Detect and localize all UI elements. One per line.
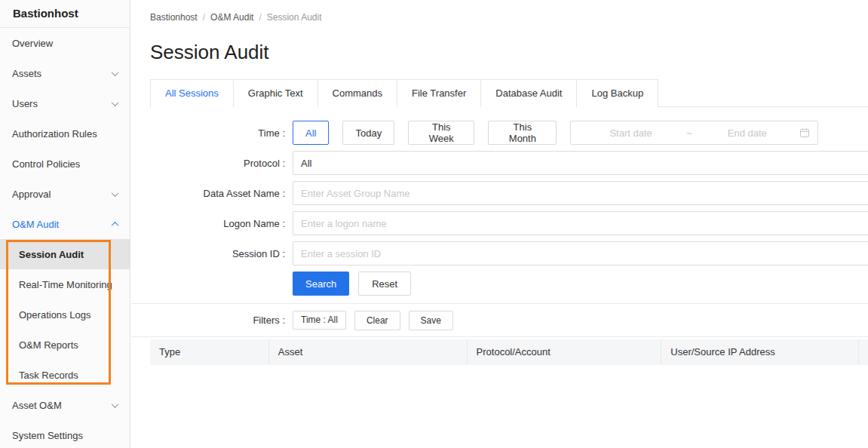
breadcrumb-separator: / (203, 12, 205, 23)
sidebar-item-label: Overview (12, 38, 118, 49)
save-filters-button[interactable]: Save (409, 311, 453, 330)
submenu-item-label: O&M Reports (19, 339, 78, 351)
sidebar-item-label: Approval (12, 189, 112, 200)
filter-form: Time : All Today This Week This Month St… (131, 107, 868, 304)
sidebar-item-assets[interactable]: Assets (0, 58, 130, 88)
table-header-row: Type Asset Protocol/Account User/Source … (150, 339, 868, 365)
submenu-item-label: Task Records (19, 370, 78, 381)
session-id-row: Session ID : (131, 241, 868, 265)
breadcrumb-link-oam-audit[interactable]: O&M Audit (210, 12, 253, 23)
sidebar-item-label: Users (12, 98, 112, 109)
time-label: Time : (131, 127, 293, 139)
submenu-item-task-records[interactable]: Task Records (0, 360, 130, 390)
data-asset-name-row: Data Asset Name : (131, 181, 868, 205)
chevron-down-icon (112, 400, 119, 408)
calendar-icon[interactable] (799, 127, 810, 138)
sidebar-item-authorization-rules[interactable]: Authorization Rules (0, 118, 130, 149)
sidebar-item-system-settings[interactable]: System Settings (0, 420, 130, 448)
submenu-item-label: Operations Logs (19, 309, 90, 321)
logon-name-label: Logon Name : (131, 218, 293, 229)
search-button[interactable]: Search (293, 272, 349, 296)
breadcrumb-link-bastionhost[interactable]: Bastionhost (150, 12, 198, 23)
sidebar-item-oam-audit[interactable]: O&M Audit (0, 209, 130, 239)
active-filter-tag[interactable]: Time : All (293, 311, 346, 330)
time-filter-all[interactable]: All (293, 121, 329, 145)
sidebar-item-approval[interactable]: Approval (0, 179, 130, 209)
sidebar-item-control-policies[interactable]: Control Policies (0, 149, 130, 179)
reset-button[interactable]: Reset (358, 272, 411, 296)
sidebar-item-users[interactable]: Users (0, 88, 130, 118)
time-filter-row: Time : All Today This Week This Month St… (131, 121, 868, 145)
sidebar-item-label: Asset O&M (12, 400, 112, 411)
breadcrumb-current: Session Audit (267, 12, 322, 23)
start-date-input[interactable]: Start date (578, 127, 683, 139)
sidebar-item-overview[interactable]: Overview (0, 28, 130, 58)
time-filter-this-month[interactable]: This Month (488, 121, 557, 145)
main-content: Bastionhost/O&M Audit/Session Audit Sess… (131, 0, 868, 448)
page-title: Session Audit (150, 41, 868, 64)
filters-bar: Filters : Time : All Clear Save (131, 304, 868, 337)
column-header-user-source-ip: User/Source IP Address (661, 339, 858, 365)
data-asset-name-label: Data Asset Name : (131, 188, 293, 199)
sidebar-item-asset-oam[interactable]: Asset O&M (0, 390, 130, 420)
tab-all-sessions[interactable]: All Sessions (150, 79, 234, 107)
column-header-protocol-account: Protocol/Account (467, 339, 661, 365)
column-header-truncated: C (858, 339, 868, 365)
form-actions: Search Reset (293, 272, 868, 296)
tab-log-backup[interactable]: Log Backup (576, 79, 658, 107)
end-date-input[interactable]: End date (695, 127, 800, 139)
submenu-item-label: Real-Time Monitoring (19, 279, 112, 290)
time-filter-this-week[interactable]: This Week (408, 121, 474, 145)
chevron-down-icon (112, 69, 119, 76)
data-asset-name-input[interactable] (293, 181, 868, 205)
chevron-up-icon (112, 221, 119, 229)
clear-filters-button[interactable]: Clear (354, 311, 400, 330)
chevron-down-icon (112, 189, 119, 197)
logon-name-input[interactable] (293, 211, 868, 235)
submenu-item-session-audit[interactable]: Session Audit (0, 239, 130, 269)
breadcrumb: Bastionhost/O&M Audit/Session Audit (131, 0, 868, 23)
protocol-row: Protocol : All (131, 151, 868, 175)
protocol-label: Protocol : (131, 158, 293, 169)
time-filter-today[interactable]: Today (342, 121, 394, 145)
sidebar-item-label: System Settings (12, 430, 118, 441)
sidebar-item-label: Assets (12, 68, 112, 79)
app-title: Bastionhost (0, 0, 130, 28)
submenu-item-label: Session Audit (19, 249, 84, 260)
date-range-picker: Start date ~ End date (570, 121, 818, 145)
tab-bar: All Sessions Graphic Text Commands File … (150, 79, 868, 107)
sidebar-item-label: Control Policies (12, 158, 118, 170)
submenu-item-oam-reports[interactable]: O&M Reports (0, 330, 130, 360)
tab-commands[interactable]: Commands (317, 79, 397, 107)
submenu-item-operations-logs[interactable]: Operations Logs (0, 299, 130, 330)
column-header-asset: Asset (268, 339, 467, 365)
tab-file-transfer[interactable]: File Transfer (397, 79, 481, 107)
breadcrumb-separator: / (259, 12, 261, 23)
protocol-select[interactable]: All (293, 151, 868, 175)
session-id-label: Session ID : (131, 248, 293, 259)
chevron-down-icon (112, 99, 119, 106)
session-id-input[interactable] (293, 241, 868, 265)
submenu-item-real-time-monitoring[interactable]: Real-Time Monitoring (0, 269, 130, 299)
tab-database-audit[interactable]: Database Audit (480, 79, 577, 107)
sidebar-item-label: Authorization Rules (12, 128, 118, 140)
date-range-separator: ~ (683, 127, 695, 139)
sidebar: Bastionhost Overview Assets Users Author… (0, 0, 130, 448)
filters-label: Filters : (131, 315, 293, 326)
sidebar-item-label: O&M Audit (12, 219, 112, 230)
logon-name-row: Logon Name : (131, 211, 868, 235)
tab-graphic-text[interactable]: Graphic Text (233, 79, 318, 107)
column-header-type: Type (150, 339, 268, 365)
